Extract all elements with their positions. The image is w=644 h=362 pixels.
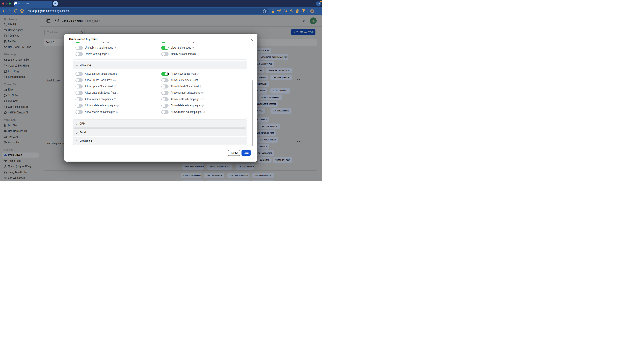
svg-text:AI: AI (5, 136, 6, 137)
